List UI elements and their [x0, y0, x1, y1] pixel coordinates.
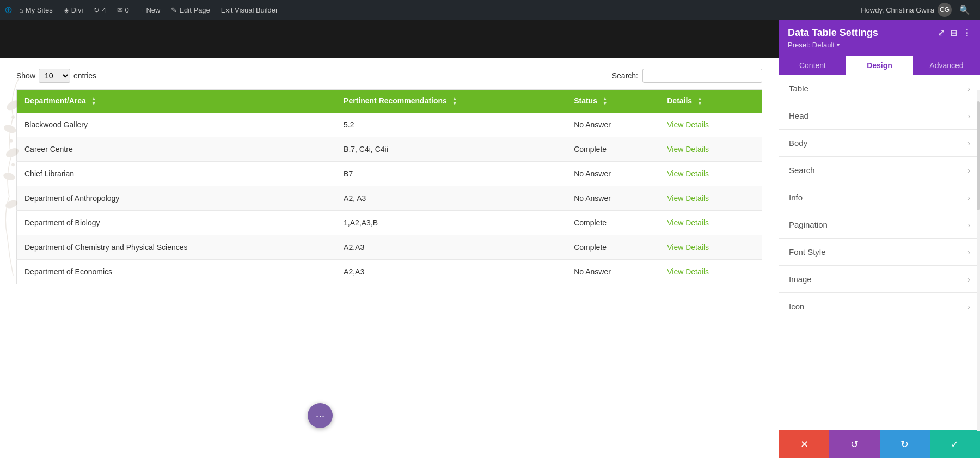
cell-details[interactable]: View Details — [659, 113, 762, 137]
wp-logo-icon[interactable]: ⊕ — [4, 4, 13, 16]
exit-builder-label: Exit Visual Builder — [221, 6, 278, 14]
cell-details[interactable]: View Details — [659, 186, 762, 211]
search-control: Search: — [612, 69, 762, 83]
section-header-icon[interactable]: Icon › — [779, 293, 980, 320]
section-label-info: Info — [789, 193, 803, 202]
cell-status: Complete — [566, 211, 659, 235]
settings-title-bar: Data Table Settings ⤢ ⊟ ⋮ — [788, 27, 971, 39]
section-label-head: Head — [789, 111, 808, 120]
cell-status: Complete — [566, 235, 659, 260]
settings-panel-title: Data Table Settings — [788, 27, 878, 39]
section-table: Table › — [779, 75, 980, 102]
cell-dept: Blackwood Gallery — [17, 113, 336, 137]
cell-details[interactable]: View Details — [659, 211, 762, 235]
exit-builder-menu[interactable]: Exit Visual Builder — [217, 0, 283, 20]
scrollbar-thumb — [977, 101, 980, 210]
section-label-body: Body — [789, 138, 807, 148]
cell-recs: B.7, C4i, C4ii — [336, 137, 566, 162]
table-section: Show 10 25 50 100 entries Search: — [0, 58, 779, 295]
redo-button[interactable]: ↻ — [880, 430, 930, 458]
section-header-table[interactable]: Table › — [779, 75, 980, 102]
col-dept[interactable]: Department/Area ▲▼ — [17, 90, 336, 113]
table-row: Department of Chemistry and Physical Sci… — [17, 235, 762, 260]
chevron-image-icon: › — [967, 275, 970, 284]
cell-details[interactable]: View Details — [659, 137, 762, 162]
chevron-icon-icon: › — [967, 302, 970, 311]
split-icon[interactable]: ⊟ — [950, 28, 957, 38]
section-header-body[interactable]: Body › — [779, 130, 980, 156]
sort-arrows-details: ▲▼ — [697, 96, 702, 106]
chevron-table-icon: › — [967, 84, 970, 93]
cell-dept: Chief Librarian — [17, 162, 336, 186]
my-sites-label: My Sites — [26, 6, 53, 14]
cell-details[interactable]: View Details — [659, 235, 762, 260]
edit-page-menu[interactable]: ✎ Edit Page — [167, 0, 214, 20]
cell-recs: A2,A3 — [336, 235, 566, 260]
section-label-table: Table — [789, 84, 808, 93]
col-dept-label: Department/Area — [24, 96, 86, 105]
avatar[interactable]: CG — [938, 3, 952, 17]
section-label-font-style: Font Style — [789, 247, 826, 257]
preset-selector[interactable]: Preset: Default ▾ — [788, 41, 971, 49]
table-row: Blackwood Gallery 5.2 No Answer View Det… — [17, 113, 762, 137]
cancel-icon: ✕ — [800, 438, 808, 450]
section-header-search[interactable]: Search › — [779, 157, 980, 184]
section-header-image[interactable]: Image › — [779, 266, 980, 292]
tab-advanced[interactable]: Advanced — [913, 56, 980, 75]
svg-point-5 — [11, 115, 15, 119]
chevron-search-icon: › — [967, 166, 970, 175]
floating-dots-button[interactable]: ··· — [308, 403, 333, 428]
cell-recs: 5.2 — [336, 113, 566, 137]
col-status[interactable]: Status ▲▼ — [566, 90, 659, 113]
plus-icon: + — [140, 6, 144, 14]
section-header-info[interactable]: Info › — [779, 184, 980, 211]
table-row: Career Centre B.7, C4i, C4ii Complete Vi… — [17, 137, 762, 162]
table-row: Department of Anthropology A2, A3 No Ans… — [17, 186, 762, 211]
cell-status: No Answer — [566, 162, 659, 186]
cell-dept: Career Centre — [17, 137, 336, 162]
section-image: Image › — [779, 266, 980, 293]
cell-details[interactable]: View Details — [659, 162, 762, 186]
col-details[interactable]: Details ▲▼ — [659, 90, 762, 113]
section-header-font-style[interactable]: Font Style › — [779, 239, 980, 265]
cell-status: No Answer — [566, 260, 659, 284]
col-recs-label: Pertinent Recommendations — [344, 96, 447, 105]
new-menu[interactable]: + New — [136, 0, 165, 20]
search-input[interactable] — [642, 69, 762, 83]
chevron-info-icon: › — [967, 193, 970, 202]
show-entries-control: Show 10 25 50 100 entries — [16, 69, 96, 83]
panel-scrollbar[interactable] — [977, 90, 980, 431]
my-sites-menu[interactable]: ⌂ My Sites — [15, 0, 57, 20]
tab-content[interactable]: Content — [779, 56, 846, 75]
section-header-pagination[interactable]: Pagination › — [779, 211, 980, 238]
cell-dept: Department of Anthropology — [17, 186, 336, 211]
overflow-icon[interactable]: ⋮ — [963, 28, 971, 38]
comments-menu[interactable]: ↻ 4 — [89, 0, 110, 20]
divi-label: Divi — [71, 6, 83, 14]
settings-body: Table › Head › Body › Search › Info › — [779, 75, 980, 430]
undo-button[interactable]: ↺ — [829, 430, 879, 458]
user-info: Howdy, Christina Gwira CG — [861, 3, 952, 17]
divi-menu[interactable]: ◈ Divi — [59, 0, 88, 20]
chevron-head-icon: › — [967, 112, 970, 120]
section-icon: Icon › — [779, 293, 980, 320]
cell-dept: Department of Chemistry and Physical Sci… — [17, 235, 336, 260]
search-icon[interactable]: 🔍 — [954, 5, 976, 15]
expand-icon[interactable]: ⤢ — [938, 28, 945, 38]
cell-details[interactable]: View Details — [659, 260, 762, 284]
page-wrapper: Show 10 25 50 100 entries Search: — [0, 20, 980, 458]
entries-select[interactable]: 10 25 50 100 — [39, 69, 70, 83]
divi-icon: ◈ — [64, 6, 69, 14]
col-recs[interactable]: Pertinent Recommendations ▲▼ — [336, 90, 566, 113]
edit-page-label: Edit Page — [179, 6, 210, 14]
section-font-style: Font Style › — [779, 239, 980, 266]
section-header-head[interactable]: Head › — [779, 102, 980, 129]
save-button[interactable]: ✓ — [930, 430, 980, 458]
new-comment-menu[interactable]: ✉ 0 — [113, 0, 133, 20]
section-head: Head › — [779, 102, 980, 130]
table-row: Department of Economics A2,A3 No Answer … — [17, 260, 762, 284]
comments-icon: ↻ — [94, 6, 100, 14]
cancel-button[interactable]: ✕ — [779, 430, 829, 458]
sort-arrows-dept: ▲▼ — [91, 96, 96, 106]
tab-design[interactable]: Design — [846, 56, 913, 75]
